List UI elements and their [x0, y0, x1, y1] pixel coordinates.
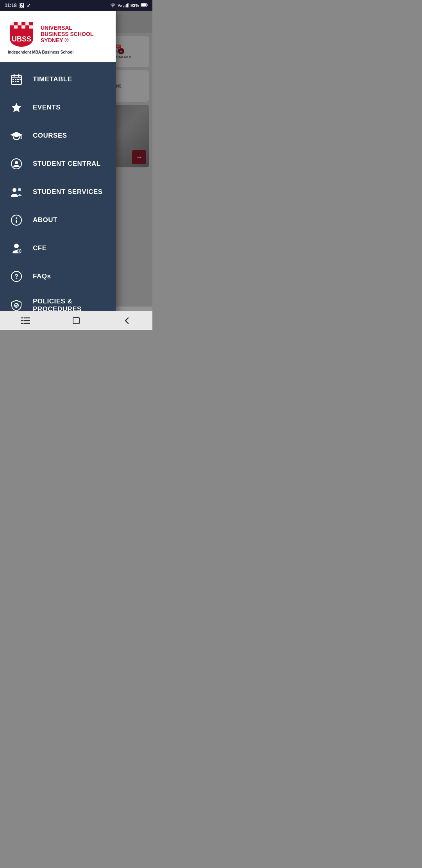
sidebar-item-cfe[interactable]: CFE: [0, 234, 116, 262]
svg-point-0: [113, 7, 113, 7]
sidebar-item-courses[interactable]: COURSES: [0, 122, 116, 150]
svg-rect-33: [20, 79, 21, 80]
svg-rect-21: [29, 25, 33, 29]
svg-rect-27: [13, 79, 14, 80]
svg-rect-3: [126, 4, 127, 7]
student-central-label: STUDENT CENTRAL: [33, 160, 101, 168]
student-services-label: STUDENT SERVICES: [33, 188, 103, 196]
svg-rect-16: [10, 25, 14, 29]
svg-rect-13: [21, 22, 25, 25]
svg-marker-34: [12, 103, 21, 112]
svg-rect-31: [15, 81, 16, 82]
brand-line3: SYDNEY ®: [41, 37, 93, 43]
svg-rect-18: [18, 25, 21, 29]
person-badge-icon: [9, 241, 23, 255]
check-icon: ✓: [27, 3, 31, 9]
drawer-menu: TIMETABLE EVENTS: [0, 62, 116, 330]
cfe-label: CFE: [33, 244, 47, 252]
svg-rect-30: [13, 81, 14, 82]
svg-point-38: [15, 161, 18, 164]
status-right: Vo 93%: [110, 3, 148, 8]
app-container: 📅 APPOINTMENTS ONS →: [0, 11, 152, 330]
svg-rect-43: [16, 220, 17, 223]
signal-text: Vo: [118, 4, 122, 7]
about-label: ABOUT: [33, 216, 57, 224]
star-icon: [9, 100, 23, 115]
status-bar: 11:18 🖼 ✓ Vo 93%: [0, 0, 152, 11]
svg-rect-17: [14, 25, 18, 29]
svg-text:UBSS: UBSS: [12, 35, 31, 43]
svg-rect-5: [128, 3, 129, 7]
nav-home-button[interactable]: [51, 311, 102, 330]
nav-back-button[interactable]: [102, 311, 152, 330]
navigation-drawer: UBSS UNIVERSAL BUSINESS SCHOOL SYDNEY ® …: [0, 11, 116, 330]
graduation-icon: [9, 129, 23, 143]
sidebar-item-student-services[interactable]: STUDENT SERVICES: [0, 178, 116, 206]
svg-point-40: [18, 188, 21, 191]
logo-tagline: Independent MBA Business School: [8, 50, 108, 54]
person-circle-icon: [9, 157, 23, 171]
battery-percent: 93%: [131, 3, 139, 8]
events-label: EVENTS: [33, 104, 61, 111]
svg-rect-15: [29, 22, 33, 25]
shield-check-icon: [9, 298, 23, 312]
info-bubble-icon: [9, 213, 23, 227]
svg-rect-1: [123, 6, 124, 7]
svg-rect-29: [17, 79, 19, 80]
status-left: 11:18 🖼 ✓: [5, 3, 31, 9]
svg-rect-32: [17, 81, 19, 82]
courses-label: COURSES: [33, 132, 67, 140]
sidebar-item-about[interactable]: ABOUT: [0, 206, 116, 234]
svg-rect-7: [147, 4, 148, 6]
calendar-icon: [9, 72, 23, 86]
sidebar-item-student-central[interactable]: STUDENT CENTRAL: [0, 150, 116, 178]
question-icon: ?: [9, 269, 23, 283]
sidebar-item-faqs[interactable]: ? FAQs: [0, 262, 116, 291]
faqs-label: FAQs: [33, 273, 51, 280]
timetable-label: TIMETABLE: [33, 75, 72, 83]
svg-rect-2: [125, 5, 125, 7]
bottom-nav: [0, 311, 152, 330]
time: 11:18: [5, 3, 17, 8]
signal-bars-icon: [123, 3, 129, 8]
image-icon: 🖼: [19, 3, 24, 9]
battery-icon: [141, 3, 148, 8]
policies-label: POLICIES & PROCEDURES: [33, 298, 106, 313]
svg-rect-20: [25, 25, 29, 29]
svg-rect-19: [21, 25, 25, 29]
svg-text:?: ?: [14, 273, 18, 280]
nav-menu-button[interactable]: [0, 311, 51, 330]
svg-rect-10: [10, 22, 14, 25]
svg-rect-11: [14, 22, 18, 25]
sidebar-item-timetable[interactable]: TIMETABLE: [0, 65, 116, 93]
svg-rect-4: [127, 4, 128, 7]
svg-point-39: [13, 188, 16, 192]
logo-text: UNIVERSAL BUSINESS SCHOOL SYDNEY ®: [41, 25, 93, 43]
sidebar-item-events[interactable]: EVENTS: [0, 93, 116, 122]
wifi-icon: [110, 3, 116, 8]
brand-line2: BUSINESS SCHOOL: [41, 31, 93, 37]
svg-rect-12: [18, 22, 21, 25]
svg-rect-8: [141, 4, 146, 7]
drawer-logo-section: UBSS UNIVERSAL BUSINESS SCHOOL SYDNEY ® …: [0, 11, 116, 62]
logo-row: UBSS UNIVERSAL BUSINESS SCHOOL SYDNEY ®: [8, 20, 108, 48]
people-icon: [9, 185, 23, 199]
svg-point-42: [16, 217, 17, 219]
svg-rect-14: [25, 22, 29, 25]
ubss-logo: UBSS: [8, 20, 35, 48]
brand-line1: UNIVERSAL: [41, 25, 93, 31]
svg-rect-58: [73, 317, 79, 324]
svg-point-44: [14, 244, 19, 248]
svg-rect-28: [15, 79, 16, 80]
